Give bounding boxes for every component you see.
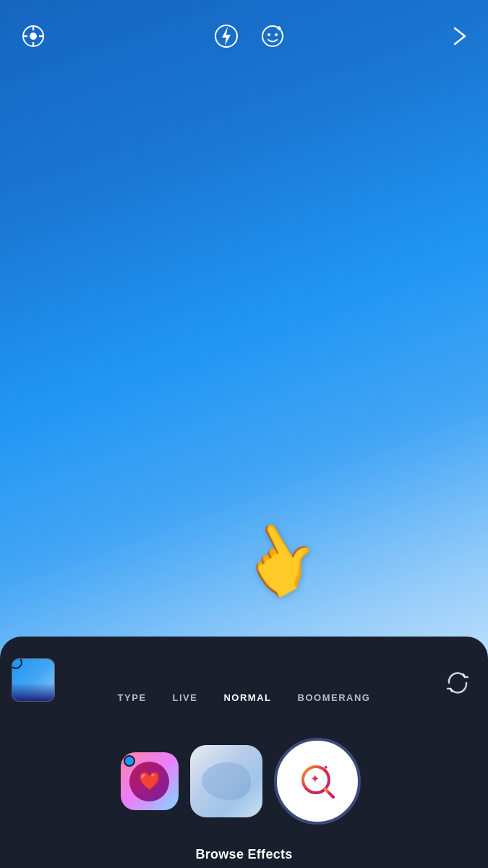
tab-live[interactable]: LIVE (160, 686, 211, 709)
svg-text:✦: ✦ (323, 764, 329, 771)
notif-blue-dot (124, 755, 135, 767)
svg-point-9 (267, 33, 270, 36)
svg-line-16 (325, 789, 333, 797)
mode-tabs: TYPE LIVE NORMAL BOOMERANG (0, 686, 488, 709)
svg-point-10 (275, 33, 278, 36)
browse-effects-icon: ✦ ✦ (285, 749, 350, 814)
blur-blob (202, 762, 251, 800)
bottom-area: TYPE LIVE NORMAL BOOMERANG ❤️ (0, 637, 488, 868)
top-left-icons (17, 20, 49, 52)
svg-marker-7 (222, 27, 231, 46)
tab-normal[interactable]: NORMAL (210, 686, 284, 709)
effect-hearts-inner: ❤️ (129, 762, 169, 801)
effects-strip: ❤️ (0, 731, 488, 832)
effect-item-blur[interactable] (190, 745, 262, 817)
browse-effects-button[interactable]: ✦ ✦ (274, 738, 361, 825)
tab-boomerang[interactable]: BOOMERANG (285, 686, 384, 709)
top-bar (0, 0, 488, 58)
flip-camera-button[interactable] (445, 670, 471, 696)
effect-item-hearts[interactable]: ❤️ (121, 752, 179, 810)
svg-point-1 (30, 33, 37, 40)
svg-text:✦: ✦ (310, 773, 320, 785)
tab-type[interactable]: TYPE (105, 686, 160, 709)
flash-button[interactable] (210, 20, 242, 52)
gallery-thumbnail[interactable] (12, 658, 55, 702)
settings-button[interactable] (17, 20, 49, 52)
next-button[interactable] (449, 25, 471, 47)
browse-effects-label: Browse Effects (0, 847, 488, 862)
top-center-icons (210, 20, 288, 52)
face-effect-button[interactable] (257, 20, 288, 52)
